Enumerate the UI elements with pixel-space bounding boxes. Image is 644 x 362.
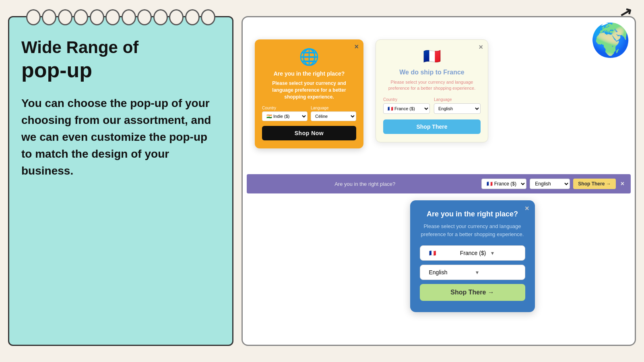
- blue-country-chevron-icon: ▾: [491, 250, 519, 256]
- spiral-7: [122, 9, 136, 25]
- popup-orange: × 🌐 Are you in the right place? Please s…: [255, 39, 363, 148]
- spiral-8: [137, 9, 152, 25]
- cream-language-select[interactable]: English: [434, 103, 481, 114]
- orange-popup-close-button[interactable]: ×: [354, 43, 359, 51]
- globe-decoration: 🌍: [590, 21, 631, 62]
- blue-shop-there-button[interactable]: Shop There →: [420, 284, 525, 301]
- spiral-10: [169, 9, 184, 25]
- globe-emoji: 🌍: [590, 22, 631, 58]
- cream-popup-field-labels: Country Language: [383, 97, 481, 102]
- blue-country-dropdown[interactable]: 🇫🇷 France ($) ▾: [420, 245, 525, 261]
- notebook-title: Wide Range of pop-up: [21, 37, 220, 83]
- blue-popup-subtitle: Please select your currency and language…: [420, 222, 525, 238]
- banner-country-select[interactable]: 🇫🇷 France ($): [481, 179, 526, 189]
- cream-popup-subtitle: Please select your currency and language…: [383, 79, 481, 92]
- spiral-3: [58, 9, 72, 25]
- orange-country-label: Country: [262, 106, 308, 110]
- spiral-6: [105, 9, 120, 25]
- banner-selects: 🇫🇷 France ($) English Shop There →: [481, 179, 615, 189]
- orange-language-label: Language: [311, 106, 356, 110]
- orange-popup-subtitle: Please select your currency and language…: [262, 80, 356, 100]
- blue-popup-title: Are you in the right place?: [420, 210, 525, 218]
- orange-popup-globe-icon: 🌐: [262, 47, 356, 66]
- blue-language-chevron-icon: ▾: [476, 269, 519, 276]
- spiral-1: [26, 9, 41, 25]
- cream-popup-flag-icon: 🇫🇷: [383, 48, 481, 65]
- spiral-12: [201, 9, 215, 25]
- orange-country-group: Country 🇮🇳 Indie ($): [262, 106, 308, 121]
- spiral-2: [42, 9, 56, 25]
- cream-country-label: Country: [383, 97, 430, 102]
- blue-country-flag-icon: 🇫🇷: [429, 250, 457, 256]
- popup-banner: Are you in the right place? 🇫🇷 France ($…: [247, 174, 631, 193]
- spiral-5: [90, 9, 104, 25]
- title-line2: pop-up: [21, 58, 220, 82]
- cream-country-select[interactable]: 🇫🇷 France ($): [383, 103, 430, 114]
- cream-popup-close-button[interactable]: ×: [479, 43, 483, 51]
- orange-shop-now-button[interactable]: Shop Now: [262, 126, 356, 140]
- banner-language-select[interactable]: English: [530, 179, 570, 189]
- cream-popup-selects: 🇫🇷 France ($) English: [383, 103, 481, 114]
- cream-popup-title: We do ship to France: [383, 69, 481, 76]
- notebook-body-text: You can choose the pop-up of your choosi…: [21, 95, 220, 179]
- cream-shop-there-button[interactable]: Shop There: [383, 119, 481, 134]
- blue-popup-close-button[interactable]: ×: [525, 204, 529, 213]
- orange-language-select[interactable]: Céline: [311, 111, 356, 121]
- right-panel: 🌍 × 🌐 Are you in the right place? Please…: [242, 16, 636, 346]
- blue-shop-there-label: Shop There →: [450, 289, 494, 296]
- blue-country-value: France ($): [460, 250, 488, 256]
- spiral-4: [74, 9, 88, 25]
- notebook-panel: Wide Range of pop-up You can choose the …: [8, 16, 233, 346]
- blue-language-value: English: [429, 269, 473, 276]
- orange-popup-title: Are you in the right place?: [262, 70, 356, 77]
- cream-language-label: Language: [434, 97, 481, 102]
- spiral-9: [153, 9, 168, 25]
- orange-language-group: Language Céline: [311, 106, 356, 121]
- popup-cream: × 🇫🇷 We do ship to France Please select …: [376, 39, 488, 142]
- spiral-11: [185, 9, 200, 25]
- banner-shop-there-button[interactable]: Shop There →: [573, 179, 615, 189]
- popup-blue: × Are you in the right place? Please sel…: [410, 200, 535, 312]
- orange-country-select[interactable]: 🇮🇳 Indie ($): [262, 111, 308, 121]
- blue-language-dropdown[interactable]: English ▾: [420, 265, 525, 280]
- banner-text: Are you in the right place?: [253, 181, 477, 187]
- banner-close-button[interactable]: ×: [621, 180, 624, 187]
- orange-popup-fields: Country 🇮🇳 Indie ($) Language Céline: [262, 106, 356, 121]
- spiral-binding: [9, 9, 232, 25]
- title-line1: Wide Range of: [21, 38, 138, 57]
